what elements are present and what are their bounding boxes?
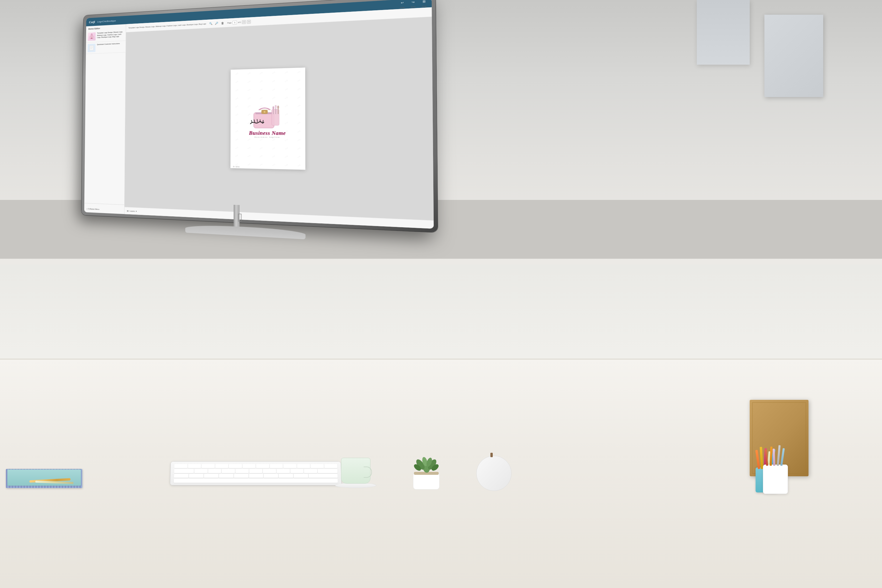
key — [318, 469, 338, 473]
thumb-icon-2 — [89, 45, 94, 51]
cork-board-border — [752, 402, 806, 474]
makeup-bag-illustration — [249, 103, 286, 130]
pencil-scattered-2 — [35, 481, 74, 484]
spacebar — [174, 478, 338, 483]
white-cup-group — [763, 465, 788, 494]
canvas-size-label: 8 × 10 in — [233, 165, 240, 168]
keyboard-keys — [174, 464, 338, 483]
sidebar-bottom: « Collapse Menu — [84, 203, 124, 214]
key — [297, 464, 310, 468]
svg-point-22 — [277, 105, 279, 109]
key — [222, 469, 235, 473]
plant-group — [406, 446, 447, 489]
key — [215, 464, 228, 468]
key-row-3 — [174, 474, 338, 478]
sidebar-thumb-inner-1: BN — [88, 32, 96, 41]
key-row-1 — [174, 464, 338, 468]
apple-stem — [490, 453, 493, 457]
layers-panel-toggle[interactable]: ▤ Layers ▾ — [127, 210, 137, 212]
svg-line-25 — [257, 119, 257, 122]
key — [201, 464, 214, 468]
apple-logo:  — [238, 211, 242, 225]
sidebar-item-2[interactable]: Quickstart Customer Instructions — [86, 41, 126, 54]
svg-point-20 — [275, 105, 277, 108]
page-navigation: Page of 1 ‹ › — [227, 20, 251, 25]
delete-icon[interactable]: 🗑 — [220, 21, 225, 26]
key — [236, 469, 249, 473]
svg-point-13 — [263, 111, 266, 113]
key-row-4 — [174, 478, 338, 483]
key — [264, 474, 278, 478]
svg-line-27 — [263, 120, 263, 123]
undo-button[interactable]: ↩ Undo — [399, 0, 406, 9]
key — [229, 464, 242, 468]
sidebar-item-1-text: Template Logo Design, Beauty Logo, Makeu… — [97, 31, 124, 39]
key — [188, 464, 201, 468]
keyboard[interactable] — [170, 462, 342, 485]
snap-icon: ⊞ — [421, 0, 428, 5]
svg-rect-10 — [254, 112, 274, 128]
sidebar-item-1[interactable]: BN Template Logo Design, Beauty Logo, Ma… — [86, 29, 126, 43]
imac-monitor: Corjl LogoChicBoutique ↩ Undo ↪ Redo — [81, 0, 438, 261]
imac-base — [185, 224, 306, 239]
key — [294, 474, 308, 478]
redo-button[interactable]: ↪ Redo — [410, 0, 417, 8]
cup-handle — [364, 466, 372, 478]
prev-page-button[interactable]: ‹ — [242, 20, 246, 24]
page-total: of 1 — [238, 21, 241, 23]
coffee-cup-group — [338, 450, 374, 488]
editor-ui: Corjl LogoChicBoutique ↩ Undo ↪ Redo — [84, 0, 434, 229]
business-tagline[interactable]: business tagline — [249, 136, 286, 138]
editor-main: Demo Editor — [84, 8, 434, 229]
svg-text:BN: BN — [91, 38, 93, 39]
canvas-title: Template Logo Design, Beauty Logo, Makeu… — [129, 22, 206, 29]
plant-leaves-svg — [409, 447, 444, 473]
key — [194, 469, 208, 473]
zoom-in-icon[interactable]: 🔍 — [209, 21, 213, 26]
snap-button[interactable]: ⊞ Snap — [421, 0, 428, 8]
background-art-1 — [764, 15, 823, 97]
imac-screen[interactable]: Corjl LogoChicBoutique ↩ Undo ↪ Redo — [84, 0, 434, 229]
zoom-out-icon[interactable]: 🔎 — [214, 21, 219, 26]
toolbar-icons: 🔍 🔎 🗑 — [209, 21, 225, 26]
business-name[interactable]: Business Name — [249, 130, 286, 136]
redo-icon: ↪ — [410, 0, 417, 5]
wm-72: corjl — [291, 159, 306, 170]
collapse-button[interactable]: « Collapse Menu — [86, 208, 99, 210]
thumb-icon-1: BN — [89, 33, 94, 40]
white-pencil-cup — [763, 465, 788, 494]
key — [174, 469, 194, 473]
design-canvas: corjl corjl corjl corjl corjl corjl corj… — [231, 68, 306, 170]
sidebar-thumb-2 — [88, 44, 96, 52]
page-input[interactable] — [232, 20, 237, 24]
key-return — [309, 474, 338, 478]
svg-line-23 — [251, 120, 252, 123]
snap-label: Snap — [422, 5, 427, 8]
svg-rect-6 — [90, 46, 94, 51]
svg-line-14 — [261, 110, 261, 110]
key — [234, 474, 248, 478]
key — [243, 464, 255, 468]
store-name: LogoChicBoutique — [98, 19, 116, 23]
key — [263, 469, 276, 473]
key — [304, 469, 317, 473]
sidebar-thumb-inner-2 — [88, 44, 96, 52]
key — [204, 474, 219, 478]
key — [284, 464, 297, 468]
key — [277, 469, 290, 473]
next-page-button[interactable]: › — [247, 20, 251, 24]
canvas-content[interactable]: corjl corjl corjl corjl corjl corjl corj… — [124, 17, 434, 220]
key — [208, 469, 221, 473]
layers-icon: ▤ — [127, 210, 129, 212]
canvas-area: Template Logo Design, Beauty Logo, Makeu… — [124, 8, 434, 229]
layers-chevron-icon: ▾ — [136, 210, 137, 212]
undo-icon: ↩ — [399, 0, 406, 6]
key — [324, 464, 338, 468]
page-label: Page — [227, 22, 231, 24]
sidebar: Demo Editor — [84, 24, 126, 214]
scattered-pencils — [29, 478, 94, 484]
layers-label: Layers — [130, 210, 135, 212]
key — [279, 474, 293, 478]
sidebar-item-2-text: Quickstart Customer Instructions — [97, 43, 120, 46]
redo-label: Redo — [411, 6, 416, 8]
